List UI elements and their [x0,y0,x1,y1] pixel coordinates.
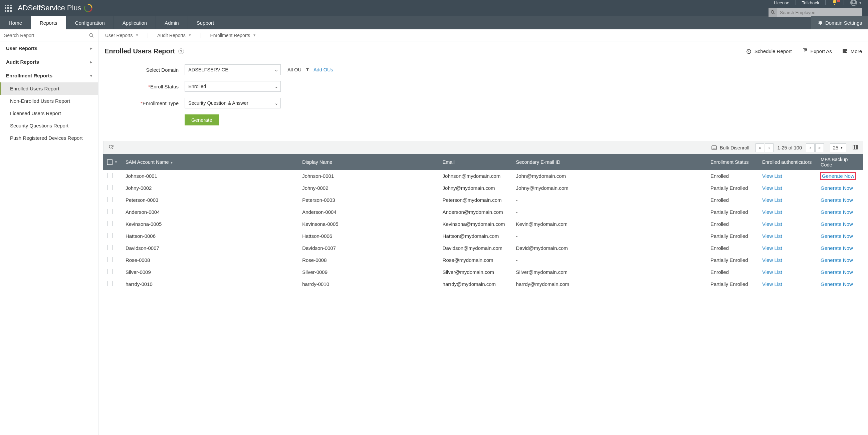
caret-down-icon[interactable]: ▼ [115,161,118,164]
enroll-status-select[interactable]: Enrolled ⌄ [185,81,281,92]
generate-now-link[interactable]: Generate Now [820,209,853,215]
generate-now-link[interactable]: Generate Now [820,245,853,251]
view-list-link[interactable]: View List [762,245,782,251]
form-row-enroll-status: *Enroll Status Enrolled ⌄ [104,81,862,92]
svg-line-5 [92,36,93,37]
export-icon [802,48,808,55]
breadcrumb-user-reports[interactable]: User Reports ▼ [103,33,141,38]
tab-configuration[interactable]: Configuration [66,16,114,29]
search-icon [769,8,777,17]
bulk-disenroll-label: Bulk Disenroll [720,145,749,150]
view-list-link[interactable]: View List [762,173,782,179]
row-checkbox[interactable] [107,281,113,286]
caret-down-icon[interactable]: ⌄ [272,65,280,75]
col-sec-email[interactable]: Secondary E-mail ID [512,154,706,170]
generate-now-link[interactable]: Generate Now [820,221,853,227]
caret-down-icon[interactable]: ⌄ [272,98,280,108]
generate-now-link[interactable]: Generate Now [820,269,853,275]
view-list-link[interactable]: View List [762,209,782,215]
cell-display: Peterson-0003 [298,194,438,206]
row-checkbox[interactable] [107,257,113,262]
generate-now-link[interactable]: Generate Now [820,281,853,287]
col-display[interactable]: Display Name [298,154,438,170]
row-checkbox[interactable] [107,269,113,274]
sidebar-item-push-devices[interactable]: Push Registered Devices Report [0,132,98,144]
divider [796,0,796,5]
domain-select[interactable]: ADSELFSERVICE ⌄ [185,64,281,75]
sidebar-group-enrollment-reports[interactable]: Enrollment Reports ▾ [0,69,98,82]
sidebar-group-audit-reports[interactable]: Audit Reports ▸ [0,55,98,69]
page-size-select[interactable]: 25 ▼ [830,143,846,152]
tab-support[interactable]: Support [188,16,223,29]
view-list-link[interactable]: View List [762,221,782,227]
add-ous-link[interactable]: Add OUs [313,67,333,72]
export-as-button[interactable]: Export As [802,48,832,55]
search-report-input[interactable] [4,33,89,38]
col-status[interactable]: Enrollment Status [706,154,758,170]
sidebar-item-non-enrolled-users[interactable]: Non-Enrolled Users Report [0,95,98,107]
select-all-checkbox[interactable] [107,160,113,165]
search-employee[interactable] [769,8,862,17]
col-backup[interactable]: MFA Backup Code [816,154,863,170]
user-menu[interactable]: ▼ [850,0,862,6]
generate-button[interactable]: Generate [185,114,219,126]
talkback-link[interactable]: Talkback [802,0,819,5]
col-checkbox: ▼ [103,154,122,170]
tab-home[interactable]: Home [0,16,31,29]
view-list-link[interactable]: View List [762,257,782,263]
caret-down-icon[interactable]: ⌄ [272,81,280,91]
sidebar-group-user-reports[interactable]: User Reports ▸ [0,41,98,55]
apps-grid-icon[interactable] [5,5,12,12]
table-search-icon[interactable] [108,144,114,151]
view-list-link[interactable]: View List [762,281,782,287]
schedule-report-button[interactable]: Schedule Report [746,48,792,55]
generate-now-link[interactable]: Generate Now [820,233,853,239]
more-button[interactable]: More [842,48,862,55]
breadcrumb-audit-reports[interactable]: Audit Reports ▼ [155,33,194,38]
table-row: Johnson-0001Johnson-0001Johnson@mydomain… [103,170,863,182]
pager-prev-button[interactable]: ‹ [765,143,774,152]
domain-settings-button[interactable]: Domain Settings [811,16,868,29]
generate-now-link[interactable]: Generate Now [820,185,853,191]
svg-rect-16 [855,145,857,149]
license-link[interactable]: License [774,0,789,5]
col-auths[interactable]: Enrolled authenticators [758,154,816,170]
breadcrumb-enrollment-reports[interactable]: Enrollment Reports ▼ [208,33,258,38]
col-sam[interactable]: SAM Account Name ▼ [122,154,298,170]
view-list-link[interactable]: View List [762,185,782,191]
cell-sec-email: Kevin@mydomain.com [512,218,706,230]
help-icon[interactable]: ? [178,48,184,54]
view-list-link[interactable]: View List [762,269,782,275]
bulk-disenroll-button[interactable]: csv Bulk Disenroll [711,145,749,151]
pager-first-button[interactable]: « [755,143,764,152]
search-employee-input[interactable] [777,10,862,15]
row-checkbox[interactable] [107,197,113,202]
row-checkbox[interactable] [107,209,113,214]
notification-bell-icon[interactable]: 2 [832,0,838,6]
sidebar-item-licensed-users[interactable]: Licensed Users Report [0,107,98,120]
pager-next-button[interactable]: › [806,143,814,152]
row-checkbox[interactable] [107,233,113,238]
caret-down-icon: ▼ [840,146,843,149]
sidebar-item-security-questions[interactable]: Security Questions Report [0,120,98,132]
row-checkbox[interactable] [107,173,113,178]
column-settings-icon[interactable] [852,144,858,151]
view-list-link[interactable]: View List [762,233,782,239]
tab-reports[interactable]: Reports [31,16,66,29]
generate-now-link[interactable]: Generate Now [820,172,856,179]
tab-admin[interactable]: Admin [156,16,188,29]
cell-status: Partially Enrolled [706,182,758,194]
search-report[interactable] [0,29,98,41]
col-email[interactable]: Email [439,154,512,170]
pager-last-button[interactable]: » [815,143,824,152]
row-checkbox[interactable] [107,221,113,226]
row-checkbox[interactable] [107,245,113,250]
generate-now-link[interactable]: Generate Now [820,197,853,203]
separator: | [200,33,202,38]
sidebar-item-enrolled-users[interactable]: Enrolled Users Report [0,82,98,95]
view-list-link[interactable]: View List [762,197,782,203]
row-checkbox[interactable] [107,185,113,190]
enroll-type-select[interactable]: Security Question & Answer ⌄ [185,98,281,108]
generate-now-link[interactable]: Generate Now [820,257,853,263]
tab-application[interactable]: Application [114,16,156,29]
